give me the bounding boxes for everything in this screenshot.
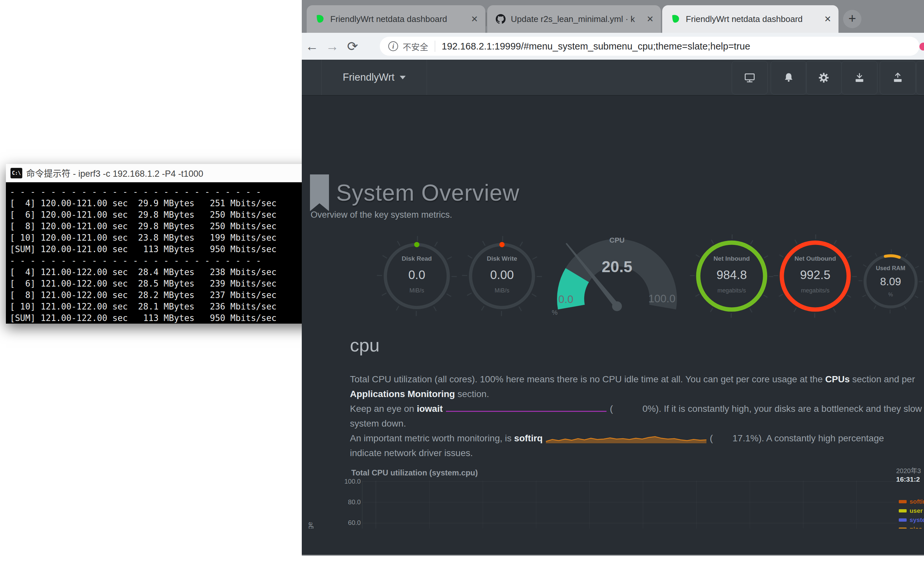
help-button[interactable] [916,61,924,95]
cpu-description: Total CPU utilization (all cores). 100% … [350,372,924,460]
terminal-line: [ 6] 121.00-122.00 sec 28.5 MBytes 239 M… [10,278,336,290]
chart-legend: softirq user system nice [899,497,924,528]
close-tab-icon[interactable]: ✕ [824,14,831,24]
download-icon [853,71,866,84]
bell-icon [783,71,795,84]
tab-title: FriendlyWrt netdata dashboard [330,14,465,24]
gauge-value: 992.5 [772,268,858,282]
export-snapshot-button[interactable] [880,61,916,95]
github-icon [496,14,506,24]
gauge-cpu[interactable]: CPU 20.5 0.0 100.0 % [546,230,687,341]
page-title: System Overview [336,180,520,206]
chevron-down-icon [400,76,406,79]
netdata-icon [671,14,681,24]
terminal-line: [SUM] 120.00-121.00 sec 113 MBytes 950 M… [10,244,336,255]
paragraph-line: An important metric worth monitoring, is… [350,431,924,445]
gear-icon [818,71,830,84]
paragraph-line: indicate network driver issues. [350,445,924,460]
terminal-line: - - - - - - - - - - - - - - - - - - - - … [10,186,336,198]
paragraph-line: system down. [350,416,924,431]
host-name: FriendlyWrt [343,71,394,83]
forward-button[interactable]: → [322,39,342,54]
cpu-gauge-graphic: CPU 20.5 0.0 100.0 % [546,230,687,341]
netdata-header: FriendlyWrt [302,60,924,96]
legend-item[interactable]: user [899,506,924,516]
legend-label: user [910,507,923,514]
y-axis-tick-label: 100.0 [321,477,361,486]
gauge-dot [414,242,419,247]
legend-label: system [910,516,924,523]
tab-separator [486,12,487,26]
tab-netdata-2-active[interactable]: FriendlyWrt netdata dashboard ✕ [662,5,838,33]
gauge-used-ram[interactable]: Used RAM 8.09 % [858,248,923,314]
import-snapshot-button[interactable] [842,61,878,95]
security-label[interactable]: 不安全 [403,40,428,53]
gauge-disk-read[interactable]: Disk Read 0.0 MiB/s [374,233,459,319]
address-bar[interactable]: i 不安全 192.168.2.1:19999/#menu_system_sub… [380,37,920,56]
gauge-net-inbound[interactable]: Net Inbound 984.8 megabits/s [689,233,774,319]
y-axis-title: percentage [306,489,316,528]
reload-button[interactable]: ⟳ [342,39,363,54]
gauge-min: 0.0 [558,293,573,305]
gauge-disk-write[interactable]: Disk Write 0.00 MiB/s [459,233,544,319]
alarms-button[interactable] [771,61,807,95]
url-text[interactable]: 192.168.2.1:19999/#menu_system_submenu_c… [442,41,750,52]
print-dashboard-button[interactable] [732,61,768,95]
monitor-icon [744,71,756,84]
terminal-line: [SUM] 121.00-122.00 sec 113 MBytes 950 M… [10,313,336,323]
legend-item[interactable]: softirq [899,497,924,506]
gauge-label: CPU [609,236,624,244]
netdata-icon [315,14,325,24]
close-tab-icon[interactable]: ✕ [471,14,478,24]
paragraph-line: Keep an eye on iowait(0%). If it is cons… [350,401,924,416]
gauge-unit: MiB/s [459,287,544,294]
iowait-sparkline[interactable] [446,409,606,412]
terminal-line: - - - - - - - - - - - - - - - - - - - - … [10,255,336,266]
gauge-value: 8.09 [858,275,923,288]
close-tab-icon[interactable]: ✕ [646,14,654,24]
chart-date-label: 2020年3 [896,466,921,475]
back-button[interactable]: ← [302,39,322,54]
gauge-value: 0.0 [374,268,459,282]
settings-button[interactable] [806,61,842,95]
gauge-value: 984.8 [689,268,774,282]
legend-label: nice [910,526,922,528]
gauge-max: 100.0 [648,292,676,305]
host-selector[interactable]: FriendlyWrt [321,60,427,95]
legend-item[interactable]: nice [899,525,924,528]
stacked-area-graphic [362,481,897,528]
terminal-line: [ 4] 121.00-122.00 sec 28.4 MBytes 238 M… [10,266,336,278]
cpu-utilization-chart[interactable] [362,481,897,528]
tab-title: FriendlyWrt netdata dashboard [686,14,818,24]
chart-title: Total CPU utilization (system.cpu) [351,468,478,477]
legend-item[interactable]: system [899,516,924,525]
applications-monitoring-link[interactable]: Applications Monitoring [350,389,455,399]
tab-netdata-1[interactable]: FriendlyWrt netdata dashboard ✕ [307,5,485,33]
bookmark-icon [310,174,329,211]
terminal-title-bar[interactable]: C:\ 命令提示符 - iperf3 -c 192.168.1.2 -P4 -t… [6,164,337,182]
terminal-title: 命令提示符 - iperf3 -c 192.168.1.2 -P4 -t1000 [26,167,203,179]
y-axis-tick-label: 80.0 [321,497,361,507]
gauge-label: Net Outbound [772,255,858,262]
gauge-net-outbound[interactable]: Net Outbound 992.5 megabits/s [772,233,858,319]
softirq-sparkline[interactable] [546,434,706,444]
omnibox-divider [435,41,435,52]
gauge-value: 20.5 [602,258,632,275]
legend-swatch [899,528,907,528]
cpus-link[interactable]: CPUs [825,374,850,384]
terminal-line: [ 10] 120.00-121.00 sec 23.8 MBytes 199 … [10,232,336,244]
legend-swatch [899,518,907,522]
new-tab-button[interactable]: + [843,10,861,28]
terminal-line: [ 8] 120.00-121.00 sec 29.8 MBytes 250 M… [10,221,336,232]
tab-github[interactable]: Update r2s_lean_minimal.yml · k ✕ [487,5,661,33]
gauge-unit: % [858,292,923,298]
terminal-window[interactable]: C:\ 命令提示符 - iperf3 -c 192.168.1.2 -P4 -t… [6,164,337,323]
gauge-label: Used RAM [858,265,923,272]
site-info-icon[interactable]: i [388,41,398,51]
legend-swatch [899,509,907,513]
terminal-line: [ 10] 121.00-122.00 sec 28.1 MBytes 236 … [10,301,336,313]
terminal-output[interactable]: - - - - - - - - - - - - - - - - - - - - … [6,182,337,323]
terminal-line: [ 8] 121.00-122.00 sec 28.2 MBytes 237 M… [10,290,336,301]
netdata-page: FriendlyWrt [302,60,924,528]
paragraph-line: Total CPU utilization (all cores). 100% … [350,372,924,387]
